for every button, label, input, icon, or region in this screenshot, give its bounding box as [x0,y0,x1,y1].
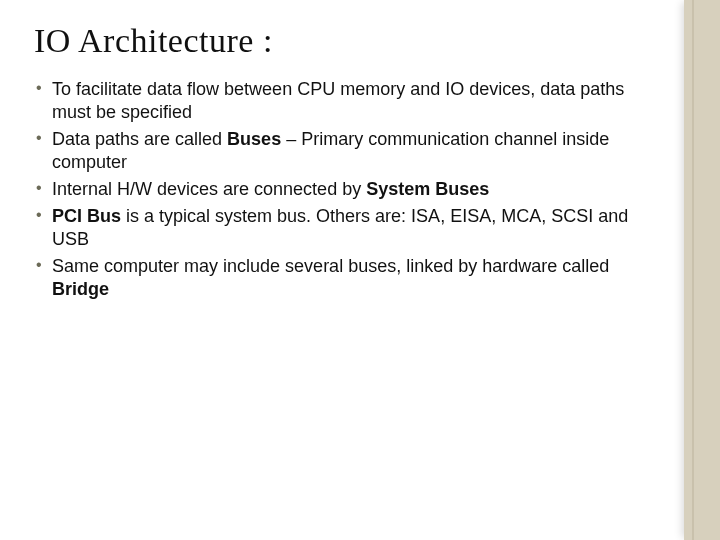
slide-content: IO Architecture : To facilitate data flo… [34,22,664,305]
bullet-item: Same computer may include several buses,… [34,255,664,301]
slide-title: IO Architecture : [34,22,664,60]
bullet-text-segment: Bridge [52,279,109,299]
bullet-item: PCI Bus is a typical system bus. Others … [34,205,664,251]
bullet-text-segment: To facilitate data flow between CPU memo… [52,79,624,122]
bullet-text-segment: PCI Bus [52,206,121,226]
bullet-text-segment: Same computer may include several buses,… [52,256,609,276]
side-accent-inner-line [692,0,694,540]
bullet-item: To facilitate data flow between CPU memo… [34,78,664,124]
bullet-text-segment: Buses [227,129,281,149]
bullet-text-segment: Internal H/W devices are connected by [52,179,366,199]
bullet-text-segment: Data paths are called [52,129,227,149]
bullet-text-segment: is a typical system bus. Others are: ISA… [52,206,628,249]
bullet-item: Internal H/W devices are connected by Sy… [34,178,664,201]
slide: IO Architecture : To facilitate data flo… [0,0,720,540]
bullet-list: To facilitate data flow between CPU memo… [34,78,664,301]
bullet-item: Data paths are called Buses – Primary co… [34,128,664,174]
side-accent-bar [684,0,720,540]
bullet-text-segment: System Buses [366,179,489,199]
